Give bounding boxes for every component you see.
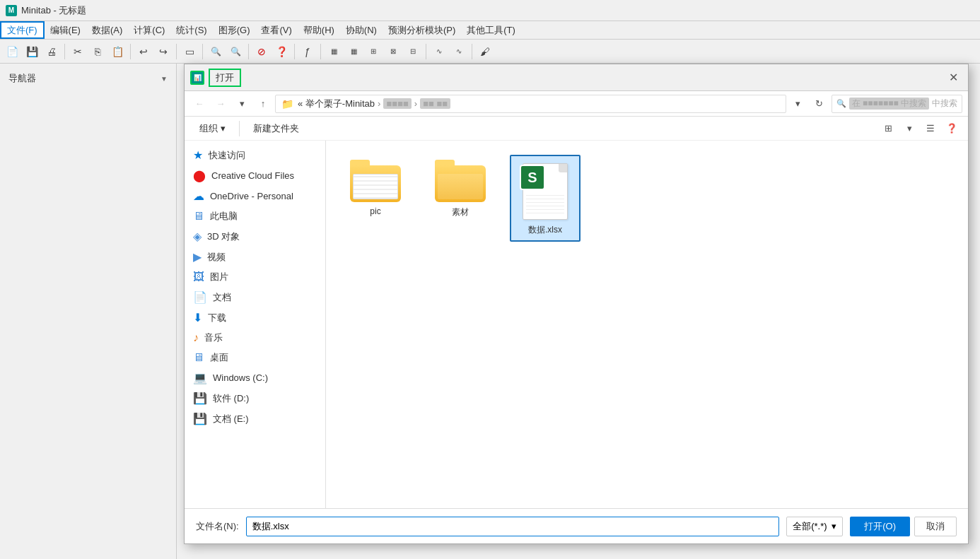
sidebar-icon-pictures: 🖼	[193, 271, 204, 283]
refresh-button[interactable]: ↻	[810, 95, 829, 113]
toolbar-col2[interactable]: ▦	[344, 42, 363, 61]
menu-item-graph[interactable]: 图形(G)	[213, 21, 256, 39]
folder-icon-folder-sucai	[435, 160, 486, 202]
sidebar-item-music[interactable]: ♪音乐	[185, 328, 325, 348]
menu-item-calc[interactable]: 计算(C)	[128, 21, 170, 39]
dialog-icon: 📊	[190, 71, 204, 85]
details-view-btn[interactable]: ☰	[921, 119, 940, 138]
toolbar-help[interactable]: ❓	[272, 42, 291, 61]
filetype-arrow: ▾	[832, 521, 836, 531]
toolbar-formula[interactable]: ƒ	[298, 42, 317, 61]
file-name-file-xlsx: 数据.xlsx	[528, 224, 562, 236]
search-box[interactable]: 🔍 在 ■■■■■■■ 中搜索 中搜索	[832, 95, 962, 113]
filetype-dropdown[interactable]: 全部(*.*) ▾	[786, 517, 843, 536]
navigator-arrow: ▼	[161, 75, 168, 83]
sidebar-item-downloads[interactable]: ⬇下载	[185, 307, 325, 328]
cancel-button[interactable]: 取消	[914, 517, 957, 536]
view-icon-btn[interactable]: ⊞	[879, 119, 897, 138]
sidebar-icon-downloads: ⬇	[193, 311, 202, 324]
menu-item-data[interactable]: 数据(A)	[86, 21, 128, 39]
filename-input[interactable]	[246, 517, 780, 536]
toolbar-wave2[interactable]: ∿	[450, 42, 468, 61]
toolbar-find1[interactable]: 🔍	[206, 42, 225, 61]
toolbar-redo[interactable]: ↪	[154, 42, 173, 61]
help-view-btn[interactable]: ❓	[943, 119, 961, 138]
sidebar-item-3d-objects[interactable]: ◈3D 对象	[185, 226, 325, 247]
menu-item-collab[interactable]: 协助(N)	[340, 21, 383, 39]
sidebar-label-music: 音乐	[204, 331, 223, 344]
toolbar-undo[interactable]: ↩	[134, 42, 153, 61]
menu-item-help[interactable]: 帮助(H)	[298, 21, 340, 39]
file-item-folder-sucai[interactable]: 素材	[425, 155, 496, 242]
toolbar-col4[interactable]: ⊠	[384, 42, 402, 61]
toolbar-col3[interactable]: ⊞	[364, 42, 383, 61]
menu-item-edit[interactable]: 编辑(E)	[45, 21, 86, 39]
action-buttons: 打开(O) 取消	[850, 517, 957, 536]
path-sub2: ■■ ■■	[420, 98, 450, 109]
toolbar-print[interactable]: 🖨	[42, 42, 61, 61]
sidebar-item-videos[interactable]: ▶视频	[185, 247, 325, 267]
navigator-title: 导航器 ▼	[0, 69, 176, 88]
sidebar-label-creative-cloud: Creative Cloud Files	[211, 170, 294, 181]
sidebar-item-quick-access[interactable]: ★快速访问	[185, 145, 325, 165]
forward-button[interactable]: →	[211, 95, 230, 113]
sidebar-item-software-d[interactable]: 💾软件 (D:)	[185, 388, 325, 408]
toolbar-col1[interactable]: ▦	[325, 42, 343, 61]
toolbar-copy[interactable]: ⎘	[88, 42, 107, 61]
sidebar-item-windows-c[interactable]: 💻Windows (C:)	[185, 367, 325, 388]
dialog-title: 打开	[209, 69, 241, 87]
sidebar-item-documents-e[interactable]: 💾文档 (E:)	[185, 408, 325, 429]
menu-item-tools[interactable]: 其他工具(T)	[461, 21, 521, 39]
back-button[interactable]: ←	[190, 95, 209, 113]
organize-button[interactable]: 组织 ▾	[192, 119, 233, 138]
sidebar-item-onedrive[interactable]: ☁OneDrive - Personal	[185, 186, 325, 206]
toolbar-rect[interactable]: ▭	[180, 42, 199, 61]
toolbar-save[interactable]: 💾	[23, 42, 41, 61]
view-dropdown-btn[interactable]: ▾	[900, 119, 918, 138]
sidebar-item-documents[interactable]: 📄文档	[185, 287, 325, 307]
new-folder-button[interactable]: 新建文件夹	[245, 119, 307, 138]
dialog-toolbar2: 组织 ▾ 新建文件夹 ⊞ ▾ ☰ ❓	[185, 117, 968, 141]
sidebar-label-pictures: 图片	[210, 271, 228, 283]
path-sep-1: ›	[378, 98, 380, 109]
path-dropdown-btn[interactable]: ▾	[789, 95, 807, 113]
filetype-label: 全部(*.*)	[793, 520, 827, 533]
up-button[interactable]: ↑	[254, 95, 272, 113]
dropdown-button[interactable]: ▾	[233, 95, 251, 113]
file-item-folder-pic[interactable]: pic	[340, 155, 411, 242]
search-suffix: 中搜索	[932, 98, 957, 110]
folder-icon-folder-pic	[350, 160, 401, 202]
dialog-close-button[interactable]: ✕	[944, 69, 962, 87]
menu-item-stat[interactable]: 统计(S)	[170, 21, 212, 39]
path-folder-icon: 📁	[281, 98, 293, 110]
toolbar-brush[interactable]: 🖌	[476, 42, 494, 61]
menu-item-predict[interactable]: 预测分析模块(P)	[383, 21, 461, 39]
sidebar-item-creative-cloud[interactable]: ⬤Creative Cloud Files	[185, 165, 325, 186]
sidebar-label-this-pc: 此电脑	[210, 210, 238, 223]
toolbar-paste[interactable]: 📋	[108, 42, 127, 61]
toolbar-sep-8	[426, 44, 426, 59]
menu-item-file[interactable]: 文件(F)	[0, 21, 45, 39]
sidebar-item-pictures[interactable]: 🖼图片	[185, 267, 325, 287]
new-folder-label: 新建文件夹	[253, 122, 299, 135]
toolbar-new[interactable]: 📄	[3, 42, 21, 61]
sidebar-icon-quick-access: ★	[193, 148, 203, 162]
sidebar-icon-software-d: 💾	[193, 392, 207, 405]
sidebar-icon-this-pc: 🖥	[193, 210, 204, 223]
open-button[interactable]: 打开(O)	[850, 517, 910, 536]
sidebar-label-software-d: 软件 (D:)	[213, 392, 249, 405]
toolbar-stop[interactable]: ⊘	[252, 42, 271, 61]
toolbar-find2[interactable]: 🔍	[226, 42, 245, 61]
toolbar-col5[interactable]: ⊟	[404, 42, 422, 61]
toolbar-sep-9	[472, 44, 472, 59]
filename-label: 文件名(N):	[196, 520, 239, 533]
sidebar-item-desktop[interactable]: 🖥桌面	[185, 348, 325, 367]
toolbar-cut[interactable]: ✂	[69, 42, 87, 61]
sidebar-item-this-pc[interactable]: 🖥此电脑	[185, 206, 325, 226]
toolbar-wave1[interactable]: ∿	[430, 42, 448, 61]
address-path[interactable]: 📁 « 举个栗子-Minitab › ■■■■ › ■■ ■■	[275, 95, 786, 113]
toolbar-sep-4	[202, 44, 203, 59]
file-item-file-xlsx[interactable]: S数据.xlsx	[510, 155, 581, 242]
menu-item-view[interactable]: 查看(V)	[255, 21, 297, 39]
sidebar-icon-3d-objects: ◈	[193, 230, 202, 243]
